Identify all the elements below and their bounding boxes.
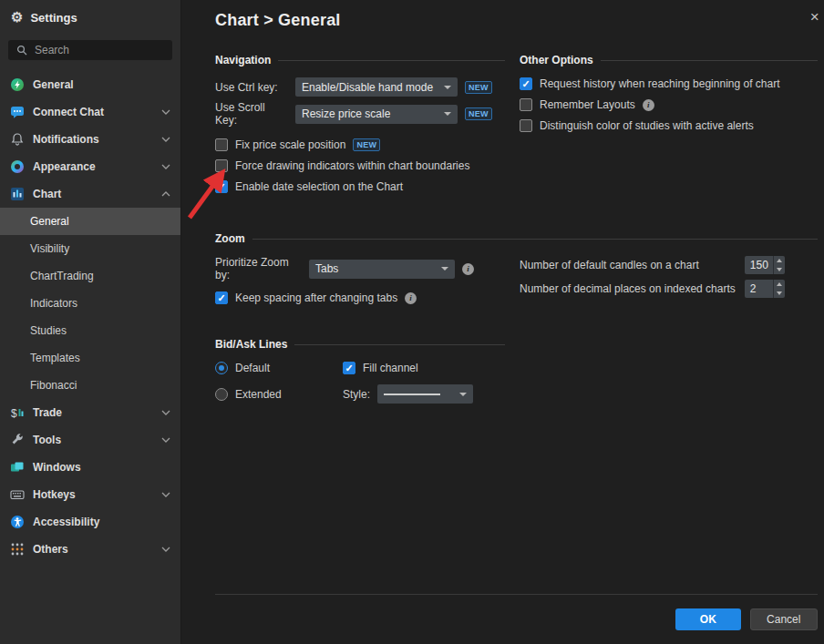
fix-price-scale-label: Fix price scale position: [235, 138, 345, 151]
sidebar-subitem-label: General: [30, 215, 69, 228]
sidebar-item-label: Tools: [33, 434, 61, 446]
sidebar-item-label: Chart: [33, 188, 61, 200]
sidebar-item-accessibility[interactable]: Accessibility: [0, 508, 180, 536]
extended-radio-label: Extended: [235, 388, 282, 401]
fill-channel-checkbox[interactable]: [343, 362, 355, 374]
default-candles-stepper[interactable]: 150: [745, 256, 785, 274]
bell-icon: [10, 132, 25, 147]
chevron-down-icon: [441, 267, 448, 271]
prioritize-zoom-value: Tabs: [315, 262, 338, 275]
prioritize-zoom-select[interactable]: Tabs: [309, 260, 455, 279]
chevron-down-icon: [161, 137, 170, 142]
section-rule: [601, 60, 818, 61]
page-title: Chart > General: [215, 11, 824, 30]
section-title-other-options: Other Options: [520, 54, 593, 66]
chevron-down-icon: [161, 547, 170, 552]
scroll-key-label: Use Scroll Key:: [215, 101, 288, 127]
stepper-down-icon[interactable]: [774, 289, 785, 298]
close-icon[interactable]: ×: [810, 9, 819, 25]
sidebar-item-tools[interactable]: Tools: [0, 426, 180, 454]
default-radio[interactable]: [215, 362, 228, 374]
remember-layouts-label: Remember Layouts: [540, 98, 635, 111]
sidebar-item-chart[interactable]: Chart: [0, 180, 180, 208]
force-drawing-checkbox[interactable]: [215, 159, 228, 172]
extended-radio[interactable]: [215, 388, 228, 401]
windows-icon: [10, 460, 25, 475]
default-candles-value: 150: [745, 256, 773, 274]
sidebar-subitem-label: Studies: [30, 324, 67, 337]
sidebar-item-others[interactable]: Others: [0, 536, 180, 563]
chevron-down-icon: [444, 86, 451, 89]
sidebar-item-label: Appearance: [33, 160, 96, 173]
info-icon[interactable]: i: [462, 263, 474, 275]
enable-date-selection-label: Enable date selection on the Chart: [235, 180, 403, 193]
sidebar-subitem-label: ChartTrading: [30, 270, 94, 282]
search-input[interactable]: [35, 44, 166, 56]
sidebar-item-connect-chat[interactable]: Connect Chat: [0, 98, 180, 126]
sidebar-nav: General Connect Chat Notifications Appea…: [0, 71, 180, 563]
chart-icon: [10, 187, 25, 201]
wrench-icon: [10, 433, 25, 447]
request-history-checkbox[interactable]: [520, 77, 532, 90]
settings-main: Chart > General × Navigation Use Ctrl ke…: [181, 0, 824, 644]
scroll-key-select-value: Resize price scale: [302, 107, 390, 120]
remember-layouts-checkbox[interactable]: [520, 98, 532, 111]
sidebar-item-label: Windows: [33, 461, 81, 474]
keep-spacing-label: Keep spacing after changing tabs: [235, 291, 397, 304]
sidebar-subitem-label: Indicators: [30, 297, 77, 310]
bidask-section: Bid/Ask Lines Default Fill channel Exten…: [215, 338, 505, 404]
search-box[interactable]: [8, 40, 172, 60]
sidebar-subitem-general[interactable]: General: [0, 208, 180, 235]
ctrl-key-label: Use Ctrl key:: [215, 81, 288, 94]
fix-price-scale-checkbox[interactable]: [215, 138, 228, 151]
sidebar-subitem-fibonacci[interactable]: Fibonacci: [0, 372, 180, 399]
sidebar-item-appearance[interactable]: Appearance: [0, 153, 180, 180]
ctrl-key-select[interactable]: Enable/Disable hand mode: [295, 77, 458, 97]
sidebar-subitem-charttrading[interactable]: ChartTrading: [0, 262, 180, 290]
stepper-up-icon[interactable]: [774, 256, 785, 265]
sidebar-item-label: Accessibility: [33, 516, 99, 528]
other-options-section: Other Options Request history when reach…: [520, 54, 818, 201]
sidebar-subitem-visibility[interactable]: Visibility: [0, 235, 180, 262]
enable-date-selection-checkbox[interactable]: [215, 180, 228, 193]
stepper-up-icon[interactable]: [774, 280, 785, 289]
trade-icon: $: [10, 405, 25, 420]
sidebar-subitem-templates[interactable]: Templates: [0, 344, 180, 372]
sidebar-item-label: General: [33, 78, 74, 91]
general-icon: [10, 77, 25, 92]
sidebar-subitem-studies[interactable]: Studies: [0, 317, 180, 344]
line-style-select[interactable]: [377, 384, 473, 404]
cancel-button[interactable]: Cancel: [750, 608, 818, 630]
new-badge: NEW: [465, 107, 492, 120]
info-icon[interactable]: i: [405, 292, 417, 304]
sidebar-item-general[interactable]: General: [0, 71, 180, 98]
request-history-label: Request history when reaching beginning …: [540, 77, 780, 90]
keep-spacing-checkbox[interactable]: [215, 291, 228, 304]
distinguish-color-checkbox[interactable]: [520, 119, 532, 132]
new-badge: NEW: [465, 81, 492, 94]
sidebar-item-hotkeys[interactable]: Hotkeys: [0, 481, 180, 508]
distinguish-color-label: Distinguish color of studies with active…: [540, 119, 754, 132]
info-icon[interactable]: i: [643, 99, 654, 111]
sidebar-item-label: Notifications: [33, 133, 99, 146]
sidebar-item-trade[interactable]: $ Trade: [0, 399, 180, 426]
search-icon: [15, 43, 29, 57]
chevron-down-icon: [161, 492, 170, 497]
chevron-down-icon: [161, 164, 170, 169]
sidebar-item-label: Connect Chat: [33, 106, 104, 118]
settings-window: ⚙ Settings General Connect Chat Notifica…: [0, 0, 824, 644]
chevron-up-icon: [161, 191, 170, 197]
gear-icon: ⚙: [11, 9, 23, 26]
decimal-places-stepper[interactable]: 2: [745, 280, 785, 298]
sidebar-subitem-label: Templates: [30, 352, 80, 364]
sidebar-item-notifications[interactable]: Notifications: [0, 126, 180, 153]
sidebar-title: Settings: [30, 11, 77, 25]
sidebar-item-windows[interactable]: Windows: [0, 454, 180, 481]
ok-button[interactable]: OK: [675, 608, 741, 630]
scroll-key-select[interactable]: Resize price scale: [295, 105, 458, 124]
sidebar-subitem-indicators[interactable]: Indicators: [0, 290, 180, 317]
chevron-down-icon: [444, 112, 451, 116]
grid-dots-icon: [10, 542, 25, 557]
stepper-down-icon[interactable]: [774, 265, 785, 274]
sidebar-item-label: Trade: [33, 406, 62, 419]
